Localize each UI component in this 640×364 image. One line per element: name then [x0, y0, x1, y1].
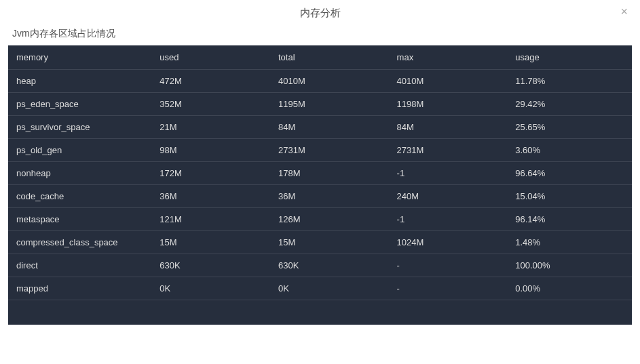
cell-usage: 96.64% [507, 162, 632, 185]
cell-max: 2731M [389, 139, 508, 162]
table-row: nonheap172M178M-196.64% [8, 162, 632, 185]
header-used: used [151, 45, 270, 70]
cell-max: 240M [389, 185, 508, 208]
cell-used: 121M [151, 208, 270, 231]
cell-max: 1024M [389, 231, 508, 254]
cell-usage: 1.48% [507, 231, 632, 254]
table-row: mapped0K0K-0.00% [8, 277, 632, 300]
cell-total: 630K [270, 254, 389, 277]
cell-total: 1195M [270, 93, 389, 116]
cell-total: 84M [270, 116, 389, 139]
cell-max: -1 [389, 162, 508, 185]
cell-used: 352M [151, 93, 270, 116]
header-total: total [270, 45, 389, 70]
table-row: code_cache36M36M240M15.04% [8, 185, 632, 208]
table-header-row: memory used total max usage [8, 45, 632, 70]
memory-table-container: memory used total max usage heap472M4010… [8, 45, 632, 325]
cell-used: 98M [151, 139, 270, 162]
cell-total: 4010M [270, 70, 389, 93]
cell-memory: ps_eden_space [8, 93, 151, 116]
header-usage: usage [507, 45, 632, 70]
cell-usage: 15.04% [507, 185, 632, 208]
cell-usage: 96.14% [507, 208, 632, 231]
cell-usage: 100.00% [507, 254, 632, 277]
cell-usage: 11.78% [507, 70, 632, 93]
table-row: ps_eden_space352M1195M1198M29.42% [8, 93, 632, 116]
table-row: ps_survivor_space21M84M84M25.65% [8, 116, 632, 139]
cell-used: 36M [151, 185, 270, 208]
cell-used: 0K [151, 277, 270, 300]
cell-used: 472M [151, 70, 270, 93]
table-row: heap472M4010M4010M11.78% [8, 70, 632, 93]
cell-used: 21M [151, 116, 270, 139]
cell-usage: 29.42% [507, 93, 632, 116]
cell-total: 126M [270, 208, 389, 231]
modal-title: 内存分析 [0, 0, 640, 25]
cell-used: 630K [151, 254, 270, 277]
header-max: max [389, 45, 508, 70]
cell-total: 2731M [270, 139, 389, 162]
cell-max: 4010M [389, 70, 508, 93]
table-row: direct630K630K-100.00% [8, 254, 632, 277]
cell-memory: direct [8, 254, 151, 277]
cell-memory: heap [8, 70, 151, 93]
cell-max: 84M [389, 116, 508, 139]
table-row: ps_old_gen98M2731M2731M3.60% [8, 139, 632, 162]
cell-memory: mapped [8, 277, 151, 300]
cell-memory: code_cache [8, 185, 151, 208]
table-row: compressed_class_space15M15M1024M1.48% [8, 231, 632, 254]
cell-usage: 3.60% [507, 139, 632, 162]
cell-memory: nonheap [8, 162, 151, 185]
table-body: heap472M4010M4010M11.78%ps_eden_space352… [8, 70, 632, 300]
cell-total: 178M [270, 162, 389, 185]
cell-usage: 25.65% [507, 116, 632, 139]
cell-max: - [389, 277, 508, 300]
memory-table: memory used total max usage heap472M4010… [8, 45, 632, 300]
close-icon[interactable]: × [620, 5, 628, 18]
cell-total: 15M [270, 231, 389, 254]
header-memory: memory [8, 45, 151, 70]
cell-memory: ps_survivor_space [8, 116, 151, 139]
cell-used: 15M [151, 231, 270, 254]
cell-total: 36M [270, 185, 389, 208]
cell-memory: metaspace [8, 208, 151, 231]
cell-max: 1198M [389, 93, 508, 116]
cell-max: - [389, 254, 508, 277]
cell-used: 172M [151, 162, 270, 185]
cell-memory: compressed_class_space [8, 231, 151, 254]
subtitle: Jvm内存各区域占比情况 [0, 25, 640, 45]
cell-memory: ps_old_gen [8, 139, 151, 162]
cell-total: 0K [270, 277, 389, 300]
table-row: metaspace121M126M-196.14% [8, 208, 632, 231]
cell-usage: 0.00% [507, 277, 632, 300]
cell-max: -1 [389, 208, 508, 231]
